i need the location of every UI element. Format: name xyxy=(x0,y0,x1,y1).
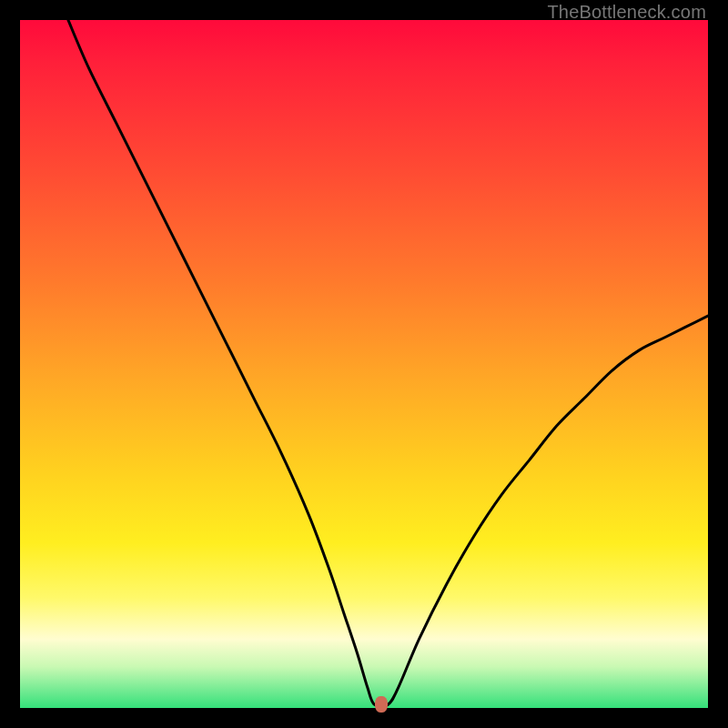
chart-frame: TheBottleneck.com xyxy=(0,0,728,728)
bottleneck-curve xyxy=(20,20,708,708)
plot-area xyxy=(20,20,708,708)
optimal-point-marker xyxy=(375,696,388,713)
